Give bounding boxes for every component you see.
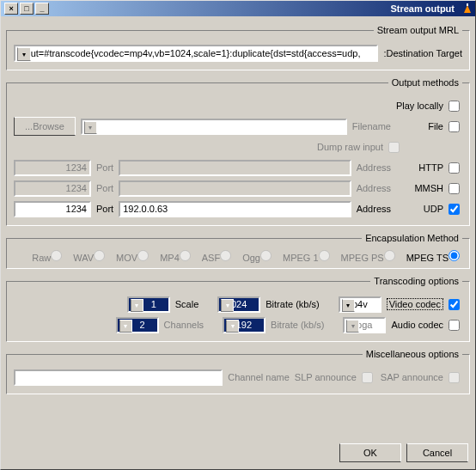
- browse-button: Browse...: [14, 117, 76, 136]
- play-locally-label: Play locally: [396, 101, 443, 111]
- encap-mpeg-ps-radio: [384, 250, 395, 261]
- dump-raw-label: Dump raw input: [317, 142, 383, 152]
- mmsh-label: MMSH: [396, 183, 443, 193]
- http-port-label: Port: [96, 162, 113, 173]
- mmsh-port-label: Port: [96, 183, 113, 193]
- video-codec-select[interactable]: mp4v: [339, 296, 381, 313]
- video-codec-checkbox[interactable]: [449, 299, 460, 310]
- mrl-legend: Stream output MRL: [374, 25, 462, 35]
- sap-checkbox: [449, 372, 460, 383]
- encap-raw-radio: [51, 250, 62, 261]
- udp-port-label: Port: [96, 204, 113, 214]
- encap-mpeg-ts-radio[interactable]: [449, 250, 460, 261]
- svg-rect-1: [467, 3, 468, 6]
- audio-bitrate-select: 192: [223, 317, 265, 333]
- maximize-button[interactable]: □: [20, 3, 34, 15]
- udp-label: UDP: [396, 204, 443, 214]
- mmsh-checkbox[interactable]: [449, 183, 460, 194]
- encap-mov-radio: [137, 250, 149, 261]
- slp-label: SLP announce: [295, 372, 357, 382]
- encap-mp4-radio: [180, 250, 191, 261]
- http-address-input: [119, 160, 351, 176]
- filename-input: [81, 119, 347, 135]
- encap-wav-radio: [94, 250, 105, 261]
- misc-legend: Miscellaneous options: [363, 349, 462, 359]
- app-icon: [461, 3, 473, 15]
- file-label: File: [396, 121, 443, 131]
- mmsh-address-label: Address: [357, 183, 391, 193]
- misc-group: Miscellaneous options SAP announce SLP a…: [6, 349, 470, 394]
- ok-button[interactable]: OK: [339, 443, 401, 462]
- output-methods-legend: Output methods: [388, 77, 462, 88]
- audio-channels-select: 2: [116, 317, 159, 333]
- encap-mpeg1-radio: [319, 250, 330, 261]
- video-codec-label: Video codec: [387, 298, 443, 310]
- audio-bitrate-label: Bitrate (kb/s): [271, 320, 324, 330]
- encap-asf-radio: [220, 250, 231, 261]
- video-bitrate-select[interactable]: 1024: [217, 296, 260, 313]
- mrl-group: Stream output MRL Destination Target: :s…: [6, 25, 470, 70]
- cancel-button[interactable]: Cancel: [406, 443, 468, 462]
- audio-channels-label: Channels: [164, 320, 204, 330]
- dest-target-label: Destination Target:: [383, 48, 462, 58]
- video-bitrate-label: Bitrate (kb/s): [265, 299, 319, 309]
- dest-target-input[interactable]: :sout=#transcode{vcodec=mp4v,vb=1024,sca…: [14, 45, 378, 62]
- http-address-label: Address: [357, 162, 391, 173]
- file-checkbox[interactable]: [449, 121, 460, 132]
- slp-checkbox: [362, 372, 373, 383]
- transcoding-legend: Transcoding options: [370, 276, 462, 286]
- titlebar: Stream output _ □ ×: [1, 1, 475, 16]
- udp-port-input[interactable]: [14, 201, 91, 217]
- channel-name-input[interactable]: [14, 369, 223, 386]
- http-port-input: [14, 160, 91, 176]
- sap-label: SAP announce: [381, 372, 443, 382]
- window-title: Stream output: [49, 3, 458, 14]
- minimize-button[interactable]: _: [35, 3, 49, 15]
- mmsh-address-input: [119, 180, 351, 197]
- udp-checkbox[interactable]: [449, 204, 460, 215]
- transcoding-group: Transcoding options Video codec mp4v Bit…: [6, 276, 470, 342]
- udp-address-input[interactable]: [119, 201, 351, 217]
- play-locally-checkbox[interactable]: [449, 101, 460, 112]
- mmsh-port-input: [14, 180, 91, 197]
- udp-address-label: Address: [357, 204, 391, 214]
- channel-name-label: Channel name: [228, 372, 290, 382]
- filename-label: Filename: [352, 121, 391, 131]
- output-methods-group: Output methods Play locally File Filenam…: [6, 77, 470, 226]
- video-scale-label: Scale: [175, 299, 199, 309]
- encapsulation-legend: Encapsulation Method: [362, 233, 462, 243]
- dump-raw-checkbox: [388, 142, 400, 153]
- http-checkbox[interactable]: [449, 162, 460, 174]
- encapsulation-group: Encapsulation Method MPEG TS MPEG PS MPE…: [6, 233, 470, 269]
- audio-codec-checkbox[interactable]: [449, 320, 460, 331]
- http-label: HTTP: [396, 162, 443, 173]
- svg-marker-0: [464, 5, 471, 13]
- video-scale-select[interactable]: 1: [127, 296, 170, 313]
- audio-codec-select: mpga: [343, 317, 386, 333]
- audio-codec-label: Audio codec: [391, 320, 443, 330]
- close-button[interactable]: ×: [4, 3, 18, 15]
- encap-ogg-radio: [260, 250, 272, 261]
